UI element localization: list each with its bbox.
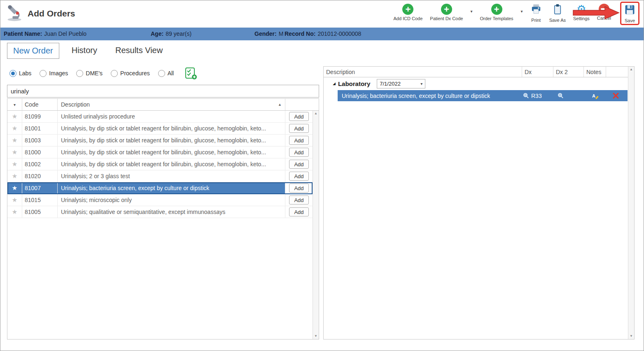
tab-history[interactable]: History [66,43,103,58]
patient-gender: Gender:M [254,30,283,37]
settings-button[interactable]: ⚙ Settings [573,2,590,21]
favorite-star-icon[interactable]: ★ [7,135,22,146]
codes-grid-header: ▾ Code Description ▲ [7,99,319,111]
selected-orders-panel: Description Dx Dx 2 Notes ◢ Laboratory 7… [323,66,635,339]
patient-dx-plus-icon: + [441,4,452,15]
add-icd-code-button[interactable]: + Add ICD Code [393,2,422,21]
add-button[interactable]: Add [289,112,309,121]
favorite-star-icon[interactable]: ★ [7,123,22,134]
patient-dx-code-button[interactable]: + Patient Dx Code [430,2,463,21]
add-button[interactable]: Add [289,184,309,193]
category-filter-row: Labs Images DME's Procedures All [9,67,197,79]
code-row[interactable]: ★ 81020 Urinalysis; 2 or 3 glass test Ad… [7,170,313,182]
add-button[interactable]: Add [289,136,309,145]
radio-images-icon [40,70,47,77]
favorite-star-icon[interactable]: ★ [7,146,22,158]
scroll-down-icon[interactable]: ▼ [314,335,317,338]
radio-dmes[interactable]: DME's [76,70,103,77]
group-expander-icon[interactable]: ◢ [333,81,336,86]
order-templates-dropdown-icon[interactable]: ▾ [521,2,523,14]
order-search-panel: Labs Images DME's Procedures All [7,66,319,339]
cancel-button[interactable]: Cancel [597,2,611,21]
tab-new-order[interactable]: New Order [7,43,59,59]
print-button[interactable]: Print [530,2,542,23]
delete-order-button[interactable] [613,90,619,101]
add-column-header [285,99,313,110]
clipboard-icon [552,4,563,16]
radio-images[interactable]: Images [40,70,68,77]
date-caret-icon: ▾ [420,81,422,86]
favorite-filter-header[interactable]: ▾ [7,99,22,110]
dx-lookup[interactable]: R33 [523,90,542,101]
radio-all[interactable]: All [158,70,174,77]
add-button[interactable]: Add [289,160,309,169]
patient-record-no: Record No:201012-0000008 [285,30,361,37]
order-set-button[interactable] [184,67,197,79]
order-date-picker[interactable]: 7/1/2022 ▾ [377,79,425,88]
save-button[interactable]: Save [620,2,639,25]
code-row[interactable]: ★ 81003 Urinalysis, by dip stick or tabl… [7,135,313,146]
edit-notes-button[interactable]: A [592,90,599,101]
add-button[interactable]: Add [289,195,309,205]
scroll-up-icon[interactable]: ▲ [630,68,633,71]
sort-ascending-icon: ▲ [278,102,282,107]
order-templates-plus-icon: + [491,4,502,15]
selected-order-row[interactable]: Urinalysis; bacteriuria screen, except b… [338,90,628,101]
group-label: Laboratory [338,80,370,87]
code-row-selected[interactable]: ★ 81007 Urinalysis; bacteriuria screen, … [7,182,313,194]
add-icd-plus-icon: + [402,4,413,15]
codes-scrollbar[interactable]: ▲ ▼ [313,111,319,339]
code-row[interactable]: ★ 81002 Urinalysis, by dip stick or tabl… [7,158,313,170]
radio-procedures[interactable]: Procedures [111,70,150,77]
patient-dx-dropdown-icon[interactable]: ▾ [470,2,472,14]
dx-magnifier-icon [523,93,529,99]
orders-dx-header: Dx [522,67,553,77]
add-button[interactable]: Add [289,172,309,181]
cancel-icon [599,4,609,14]
codes-grid-body: ★ 81099 Unlisted urinalysis procedure Ad… [7,111,313,339]
favorite-star-icon[interactable]: ★ [7,206,22,218]
edit-notes-icon: A [592,93,599,99]
top-bar: Add Orders + Add ICD Code + Patient Dx C… [0,0,644,28]
add-button[interactable]: Add [289,207,309,216]
favorite-star-icon[interactable]: ★ [7,194,22,206]
description-column-header[interactable]: Description ▲ [58,99,285,110]
dx2-magnifier-icon [558,93,564,99]
add-button[interactable]: Add [289,148,309,157]
add-button[interactable]: Add [289,124,309,133]
scroll-up-icon[interactable]: ▲ [314,112,317,115]
save-as-button[interactable]: Save As [549,2,566,23]
favorite-star-icon[interactable]: ★ [7,111,22,122]
filter-caret-icon: ▾ [14,102,16,107]
add-orders-window: Add Orders + Add ICD Code + Patient Dx C… [0,0,644,351]
scroll-down-icon[interactable]: ▼ [630,335,633,338]
tab-strip: New Order History Results View [7,43,168,59]
patient-info-bar: Patient Name:Juan Del Pueblo Age:89 year… [0,28,644,40]
orders-blank-header [606,67,628,77]
code-row[interactable]: ★ 81001 Urinalysis, by dip stick or tabl… [7,123,313,135]
dx2-lookup[interactable] [558,90,564,101]
orders-scrollbar[interactable]: ▲ ▼ [628,67,634,339]
search-input[interactable] [7,85,319,98]
radio-dmes-icon [76,70,83,77]
favorite-star-icon[interactable]: ★ [7,170,22,182]
gear-icon: ⚙ [576,4,586,15]
radio-all-icon [158,70,165,77]
radio-labs[interactable]: Labs [9,70,31,77]
orders-dx2-header: Dx 2 [553,67,583,77]
floppy-disk-icon [624,4,635,17]
orders-header: Description Dx Dx 2 Notes [324,67,628,77]
code-row[interactable]: ★ 81015 Urinalysis; microscopic only Add [7,194,313,206]
code-column-header[interactable]: Code [22,99,58,110]
laboratory-group-row: ◢ Laboratory 7/1/2022 ▾ [324,77,634,90]
tab-results-view[interactable]: Results View [110,43,168,58]
favorite-star-icon[interactable]: ★ [7,158,22,170]
radio-labs-icon [9,70,16,77]
printer-icon [530,4,542,16]
code-row[interactable]: ★ 81000 Urinalysis, by dip stick or tabl… [7,146,313,158]
code-row[interactable]: ★ 81099 Unlisted urinalysis procedure Ad… [7,111,313,123]
order-templates-button[interactable]: + Order Templates [480,2,513,21]
code-row[interactable]: ★ 81005 Urinalysis; qualitative or semiq… [7,206,313,218]
orders-notes-header: Notes [583,67,606,77]
favorite-star-icon[interactable]: ★ [7,182,22,194]
